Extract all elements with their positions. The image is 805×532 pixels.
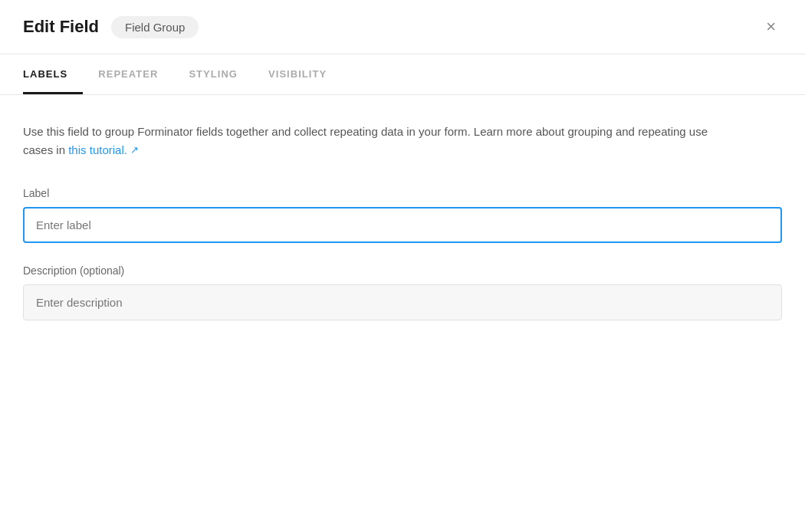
field-group-badge: Field Group (111, 16, 199, 38)
tab-labels[interactable]: LABELS (23, 54, 83, 94)
label-field-label: Label (23, 187, 782, 199)
modal-title: Edit Field (23, 17, 99, 37)
label-field-group: Label (23, 187, 782, 243)
external-link-icon: ↗ (130, 143, 139, 159)
tab-repeater[interactable]: REPEATER (83, 54, 173, 94)
tabs-bar: LABELS REPEATER STYLING VISIBILITY (0, 54, 805, 95)
tab-styling[interactable]: STYLING (173, 54, 253, 94)
edit-field-modal: Edit Field Field Group × LABELS REPEATER… (0, 0, 805, 532)
close-button[interactable]: × (760, 15, 782, 38)
description-field-label: Description (optional) (23, 264, 782, 277)
description-input[interactable] (23, 284, 782, 320)
tutorial-link-text: this tutorial. (68, 141, 127, 159)
modal-header: Edit Field Field Group × (0, 0, 805, 54)
description-text: Use this field to group Forminator field… (23, 123, 713, 159)
label-input[interactable] (23, 207, 782, 243)
modal-content: Use this field to group Forminator field… (0, 95, 805, 365)
description-field-group: Description (optional) (23, 264, 782, 320)
tab-visibility[interactable]: VISIBILITY (253, 54, 342, 94)
tutorial-link[interactable]: this tutorial. ↗ (68, 141, 139, 159)
